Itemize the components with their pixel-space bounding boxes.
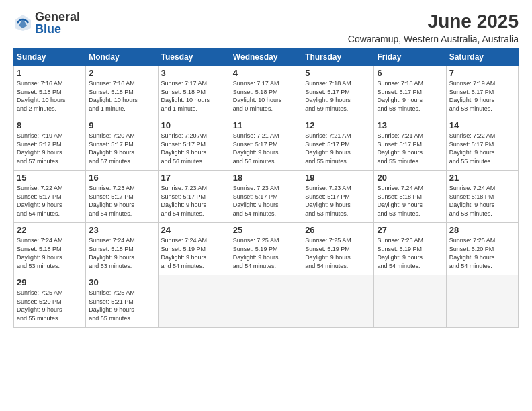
day-number: 3 bbox=[161, 68, 227, 78]
col-header-saturday: Saturday bbox=[446, 49, 518, 66]
day-info: Sunrise: 7:16 AM Sunset: 5:18 PM Dayligh… bbox=[17, 79, 83, 113]
day-cell: 28Sunrise: 7:25 AM Sunset: 5:20 PM Dayli… bbox=[446, 223, 518, 275]
col-header-friday: Friday bbox=[374, 49, 446, 66]
day-number: 2 bbox=[89, 68, 154, 78]
day-number: 13 bbox=[377, 120, 443, 130]
day-cell: 27Sunrise: 7:25 AM Sunset: 5:19 PM Dayli… bbox=[374, 223, 446, 275]
day-number: 27 bbox=[377, 225, 443, 235]
day-number: 9 bbox=[89, 120, 154, 130]
day-cell: 30Sunrise: 7:25 AM Sunset: 5:21 PM Dayli… bbox=[86, 275, 158, 328]
day-cell bbox=[374, 275, 446, 328]
day-cell bbox=[230, 275, 302, 328]
day-cell: 14Sunrise: 7:22 AM Sunset: 5:17 PM Dayli… bbox=[446, 118, 518, 171]
day-cell: 1Sunrise: 7:16 AM Sunset: 5:18 PM Daylig… bbox=[14, 66, 86, 118]
col-header-tuesday: Tuesday bbox=[158, 49, 230, 66]
day-cell: 15Sunrise: 7:22 AM Sunset: 5:17 PM Dayli… bbox=[14, 171, 86, 223]
week-row-0: 1Sunrise: 7:16 AM Sunset: 5:18 PM Daylig… bbox=[14, 66, 519, 118]
day-cell: 5Sunrise: 7:18 AM Sunset: 5:17 PM Daylig… bbox=[302, 66, 374, 118]
day-cell: 10Sunrise: 7:20 AM Sunset: 5:17 PM Dayli… bbox=[158, 118, 230, 171]
day-info: Sunrise: 7:25 AM Sunset: 5:21 PM Dayligh… bbox=[89, 289, 154, 322]
day-info: Sunrise: 7:21 AM Sunset: 5:17 PM Dayligh… bbox=[377, 132, 443, 165]
day-cell: 20Sunrise: 7:24 AM Sunset: 5:18 PM Dayli… bbox=[374, 171, 446, 223]
day-cell: 24Sunrise: 7:24 AM Sunset: 5:19 PM Dayli… bbox=[158, 223, 230, 275]
day-info: Sunrise: 7:23 AM Sunset: 5:17 PM Dayligh… bbox=[161, 184, 227, 218]
logo-general: General bbox=[35, 11, 80, 23]
day-cell: 22Sunrise: 7:24 AM Sunset: 5:18 PM Dayli… bbox=[14, 223, 86, 275]
header: General Blue June 2025 Cowaramup, Wester… bbox=[13, 11, 519, 44]
page: General Blue June 2025 Cowaramup, Wester… bbox=[0, 0, 532, 411]
day-number: 5 bbox=[305, 68, 371, 78]
day-cell: 19Sunrise: 7:23 AM Sunset: 5:17 PM Dayli… bbox=[302, 171, 374, 223]
logo-blue: Blue bbox=[35, 23, 80, 35]
day-number: 21 bbox=[449, 173, 515, 183]
day-number: 22 bbox=[17, 225, 83, 235]
day-info: Sunrise: 7:18 AM Sunset: 5:17 PM Dayligh… bbox=[377, 79, 443, 113]
day-cell bbox=[446, 275, 518, 328]
day-cell: 7Sunrise: 7:19 AM Sunset: 5:17 PM Daylig… bbox=[446, 66, 518, 118]
day-info: Sunrise: 7:19 AM Sunset: 5:17 PM Dayligh… bbox=[17, 132, 83, 165]
day-cell bbox=[302, 275, 374, 328]
day-cell: 3Sunrise: 7:17 AM Sunset: 5:18 PM Daylig… bbox=[158, 66, 230, 118]
day-number: 20 bbox=[377, 173, 443, 183]
day-cell: 8Sunrise: 7:19 AM Sunset: 5:17 PM Daylig… bbox=[14, 118, 86, 171]
day-number: 14 bbox=[449, 120, 515, 130]
day-info: Sunrise: 7:21 AM Sunset: 5:17 PM Dayligh… bbox=[305, 132, 371, 165]
day-number: 16 bbox=[89, 173, 154, 183]
day-cell: 17Sunrise: 7:23 AM Sunset: 5:17 PM Dayli… bbox=[158, 171, 230, 223]
day-cell: 25Sunrise: 7:25 AM Sunset: 5:19 PM Dayli… bbox=[230, 223, 302, 275]
day-cell: 29Sunrise: 7:25 AM Sunset: 5:20 PM Dayli… bbox=[14, 275, 86, 328]
day-number: 12 bbox=[305, 120, 371, 130]
day-info: Sunrise: 7:20 AM Sunset: 5:17 PM Dayligh… bbox=[161, 132, 227, 165]
day-info: Sunrise: 7:22 AM Sunset: 5:17 PM Dayligh… bbox=[17, 184, 83, 218]
day-info: Sunrise: 7:19 AM Sunset: 5:17 PM Dayligh… bbox=[449, 79, 515, 113]
day-info: Sunrise: 7:24 AM Sunset: 5:18 PM Dayligh… bbox=[449, 184, 515, 218]
month-title: June 2025 bbox=[348, 11, 519, 32]
day-info: Sunrise: 7:22 AM Sunset: 5:17 PM Dayligh… bbox=[449, 132, 515, 165]
day-number: 1 bbox=[17, 68, 83, 78]
col-header-monday: Monday bbox=[86, 49, 158, 66]
logo-icon bbox=[13, 13, 32, 32]
logo: General Blue bbox=[13, 11, 80, 35]
day-cell: 18Sunrise: 7:23 AM Sunset: 5:17 PM Dayli… bbox=[230, 171, 302, 223]
week-row-4: 29Sunrise: 7:25 AM Sunset: 5:20 PM Dayli… bbox=[14, 275, 519, 328]
day-info: Sunrise: 7:17 AM Sunset: 5:18 PM Dayligh… bbox=[233, 79, 299, 113]
day-info: Sunrise: 7:23 AM Sunset: 5:17 PM Dayligh… bbox=[89, 184, 154, 218]
day-info: Sunrise: 7:21 AM Sunset: 5:17 PM Dayligh… bbox=[233, 132, 299, 165]
day-cell: 6Sunrise: 7:18 AM Sunset: 5:17 PM Daylig… bbox=[374, 66, 446, 118]
logo-text: General Blue bbox=[35, 11, 80, 35]
header-row: SundayMondayTuesdayWednesdayThursdayFrid… bbox=[14, 49, 519, 66]
day-info: Sunrise: 7:23 AM Sunset: 5:17 PM Dayligh… bbox=[233, 184, 299, 218]
day-number: 24 bbox=[161, 225, 227, 235]
day-number: 28 bbox=[449, 225, 515, 235]
day-cell: 23Sunrise: 7:24 AM Sunset: 5:18 PM Dayli… bbox=[86, 223, 158, 275]
day-cell: 4Sunrise: 7:17 AM Sunset: 5:18 PM Daylig… bbox=[230, 66, 302, 118]
day-cell: 11Sunrise: 7:21 AM Sunset: 5:17 PM Dayli… bbox=[230, 118, 302, 171]
day-number: 4 bbox=[233, 68, 299, 78]
day-cell: 21Sunrise: 7:24 AM Sunset: 5:18 PM Dayli… bbox=[446, 171, 518, 223]
day-number: 26 bbox=[305, 225, 371, 235]
day-info: Sunrise: 7:25 AM Sunset: 5:19 PM Dayligh… bbox=[377, 236, 443, 270]
day-info: Sunrise: 7:25 AM Sunset: 5:20 PM Dayligh… bbox=[449, 236, 515, 270]
day-info: Sunrise: 7:25 AM Sunset: 5:20 PM Dayligh… bbox=[17, 289, 83, 322]
day-number: 11 bbox=[233, 120, 299, 130]
col-header-sunday: Sunday bbox=[14, 49, 86, 66]
calendar-table: SundayMondayTuesdayWednesdayThursdayFrid… bbox=[13, 48, 519, 328]
day-number: 10 bbox=[161, 120, 227, 130]
day-info: Sunrise: 7:25 AM Sunset: 5:19 PM Dayligh… bbox=[305, 236, 371, 270]
day-info: Sunrise: 7:24 AM Sunset: 5:18 PM Dayligh… bbox=[377, 184, 443, 218]
day-cell: 2Sunrise: 7:16 AM Sunset: 5:18 PM Daylig… bbox=[86, 66, 158, 118]
day-number: 6 bbox=[377, 68, 443, 78]
day-number: 23 bbox=[89, 225, 154, 235]
week-row-3: 22Sunrise: 7:24 AM Sunset: 5:18 PM Dayli… bbox=[14, 223, 519, 275]
day-info: Sunrise: 7:20 AM Sunset: 5:17 PM Dayligh… bbox=[89, 132, 154, 165]
day-info: Sunrise: 7:18 AM Sunset: 5:17 PM Dayligh… bbox=[305, 79, 371, 113]
day-number: 7 bbox=[449, 68, 515, 78]
day-number: 29 bbox=[17, 277, 83, 287]
day-info: Sunrise: 7:24 AM Sunset: 5:18 PM Dayligh… bbox=[17, 236, 83, 270]
week-row-1: 8Sunrise: 7:19 AM Sunset: 5:17 PM Daylig… bbox=[14, 118, 519, 171]
day-cell: 26Sunrise: 7:25 AM Sunset: 5:19 PM Dayli… bbox=[302, 223, 374, 275]
day-number: 18 bbox=[233, 173, 299, 183]
col-header-wednesday: Wednesday bbox=[230, 49, 302, 66]
col-header-thursday: Thursday bbox=[302, 49, 374, 66]
day-info: Sunrise: 7:17 AM Sunset: 5:18 PM Dayligh… bbox=[161, 79, 227, 113]
